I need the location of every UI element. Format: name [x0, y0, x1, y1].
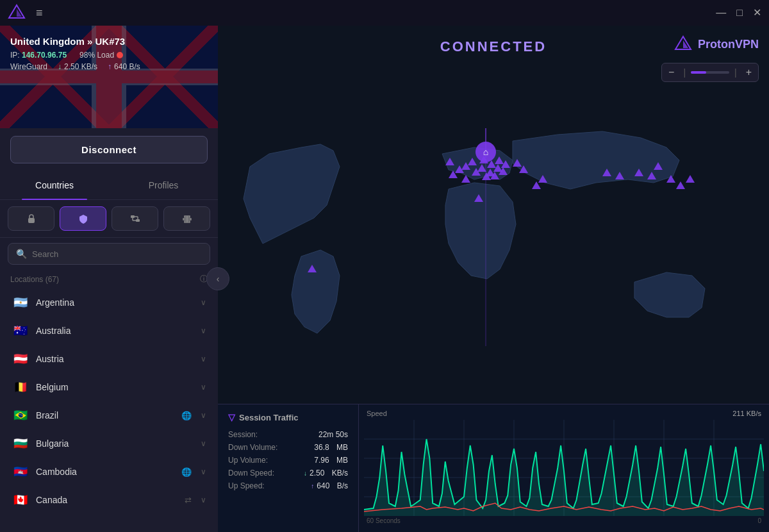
globe-icon: 🌐 [181, 411, 192, 420]
locations-header: Locations (67) ⓘ [0, 270, 218, 288]
chart-time-left: 60 Seconds [367, 517, 401, 524]
country-name-australia: Australia [36, 326, 194, 336]
down-volume-label: Down Volume: [228, 443, 277, 452]
flag-argentina: 🇦🇷 [12, 296, 29, 309]
search-icon: 🔍 [16, 249, 27, 259]
traffic-up-speed-row: Up Speed: ↑ 640 B/s [228, 481, 348, 490]
traffic-session-row: Session: 22m 50s [228, 430, 348, 439]
zoom-in-button[interactable]: + [740, 63, 758, 81]
chevron-icon: ∨ [201, 495, 206, 504]
up-arrow-icon: ↑ [311, 483, 314, 490]
zoom-sep2: | [732, 67, 740, 78]
search-section: 🔍 [0, 238, 218, 270]
chevron-icon: ∨ [201, 354, 206, 363]
connection-load: 98% Load [79, 51, 123, 60]
maximize-button[interactable]: □ [736, 8, 743, 18]
up-volume-label: Up Volume: [228, 456, 268, 465]
down-speed-value: ↓ 2.50 KB/s [304, 469, 348, 478]
svg-marker-39 [676, 181, 685, 189]
max-speed-value: 211 KB/s [732, 410, 761, 417]
p2p-icon [130, 213, 140, 224]
disconnect-button[interactable]: Disconnect [10, 136, 208, 163]
zoom-separator: | [681, 67, 688, 78]
list-item[interactable]: 🇦🇺 Australia ∨ [5, 317, 213, 345]
list-item[interactable]: 🇦🇹 Austria ∨ [5, 345, 213, 373]
disconnect-section: Disconnect [0, 128, 218, 171]
main-content: United Kingdom » UK#73 IP: 146.70.96.75 … [0, 26, 769, 532]
country-name-bulgaria: Bulgaria [36, 438, 194, 449]
tabs: Countries Profiles [0, 171, 218, 200]
tab-countries[interactable]: Countries [0, 171, 109, 199]
flag-belgium: 🇧🇪 [12, 381, 29, 394]
session-label: Session: [228, 430, 258, 439]
svg-marker-40 [686, 175, 695, 183]
proton-logo: ProtonVPN [674, 35, 759, 54]
list-item[interactable]: 🇧🇬 Bulgaria ∨ [5, 429, 213, 458]
traffic-down-speed-row: Down Speed: ↓ 2.50 KB/s [228, 469, 348, 478]
connected-status: CONNECTED [440, 38, 547, 55]
lock-icon [26, 213, 37, 224]
minimize-button[interactable]: — [716, 8, 726, 18]
country-name-cambodia: Cambodia [36, 467, 175, 477]
shield-icon [78, 213, 88, 224]
connection-ip: IP: 146.70.96.75 [10, 51, 67, 60]
country-name-argentina: Argentina [36, 297, 194, 308]
svg-text:⌂: ⌂ [483, 147, 488, 157]
list-item[interactable]: 🇰🇭 Cambodia 🌐 ∨ [5, 458, 213, 486]
connection-protocol: WireGuard ↓ 2.50 KB/s ↑ 640 B/s [10, 62, 208, 71]
repeat-icon: ⇄ [185, 495, 192, 505]
window-controls: — □ ✕ [716, 8, 761, 18]
flag-bulgaria: 🇧🇬 [12, 437, 29, 450]
traffic-info: ▽ Session Traffic Session: 22m 50s Down … [218, 404, 359, 532]
list-item[interactable]: 🇧🇷 Brazil 🌐 ∨ [5, 401, 213, 429]
zoom-fill [691, 71, 706, 74]
session-value: 22m 50s [318, 430, 348, 439]
flag-cambodia: 🇰🇭 [12, 465, 29, 478]
chevron-icon: ∨ [201, 298, 206, 307]
traffic-down-volume-row: Down Volume: 36.8 MB [228, 443, 348, 452]
map-panel: ⌂ CONNECTED ProtonVPN − | | + [218, 26, 769, 532]
down-speed-label: Down Speed: [228, 469, 274, 478]
list-item[interactable]: 🇦🇷 Argentina ∨ [5, 288, 213, 317]
country-name-austria: Austria [36, 354, 194, 364]
filter-tor-button[interactable] [163, 206, 210, 231]
filter-shield-button[interactable] [60, 206, 106, 231]
list-item[interactable]: 🇧🇪 Belgium ∨ [5, 373, 213, 401]
titlebar: ≡ — □ ✕ [0, 0, 769, 26]
tab-profiles[interactable]: Profiles [109, 171, 218, 199]
filter-secure-core-button[interactable] [8, 206, 54, 231]
chart-header: Speed 211 KB/s [364, 410, 764, 417]
hamburger-menu-icon[interactable]: ≡ [36, 6, 44, 20]
collapse-panel-button[interactable]: ‹ [206, 267, 229, 290]
down-speed: ↓ 2.50 KB/s [58, 62, 97, 71]
chart-area: Speed 211 KB/s [359, 404, 769, 532]
up-speed-label: Up Speed: [228, 481, 265, 490]
flag-austria: 🇦🇹 [12, 353, 29, 365]
flag-canada: 🇨🇦 [12, 494, 29, 506]
country-list: 🇦🇷 Argentina ∨ 🇦🇺 Australia ∨ 🇦🇹 Austria… [0, 288, 218, 532]
search-input[interactable] [32, 249, 202, 259]
zoom-out-button[interactable]: − [662, 63, 681, 81]
down-volume-value: 36.8 MB [314, 443, 348, 452]
chevron-icon: ∨ [201, 326, 206, 335]
up-speed: ↑ 640 B/s [108, 62, 140, 71]
list-item[interactable]: 🇨🇦 Canada ⇄ ∨ [5, 486, 213, 514]
chart-canvas [364, 420, 764, 516]
filter-p2p-button[interactable] [112, 206, 158, 231]
close-button[interactable]: ✕ [753, 8, 761, 18]
connection-header: United Kingdom » UK#73 IP: 146.70.96.75 … [0, 26, 218, 128]
chevron-icon: ∨ [201, 467, 206, 476]
proton-icon [8, 4, 26, 22]
up-volume-value: 7.96 MB [314, 456, 348, 465]
svg-rect-2 [28, 218, 35, 223]
traffic-marker-icon: ▽ [228, 412, 235, 422]
chevron-icon: ∨ [201, 411, 206, 420]
traffic-up-volume-row: Up Volume: 7.96 MB [228, 456, 348, 465]
country-name-brazil: Brazil [36, 410, 175, 420]
zoom-controls: − | | + [661, 63, 759, 82]
proton-brand-text: ProtonVPN [698, 38, 759, 51]
chart-footer: 60 Seconds 0 [364, 517, 764, 524]
left-panel: United Kingdom » UK#73 IP: 146.70.96.75 … [0, 26, 218, 532]
traffic-panel: ▽ Session Traffic Session: 22m 50s Down … [218, 404, 769, 532]
proton-logo-icon [674, 35, 693, 54]
